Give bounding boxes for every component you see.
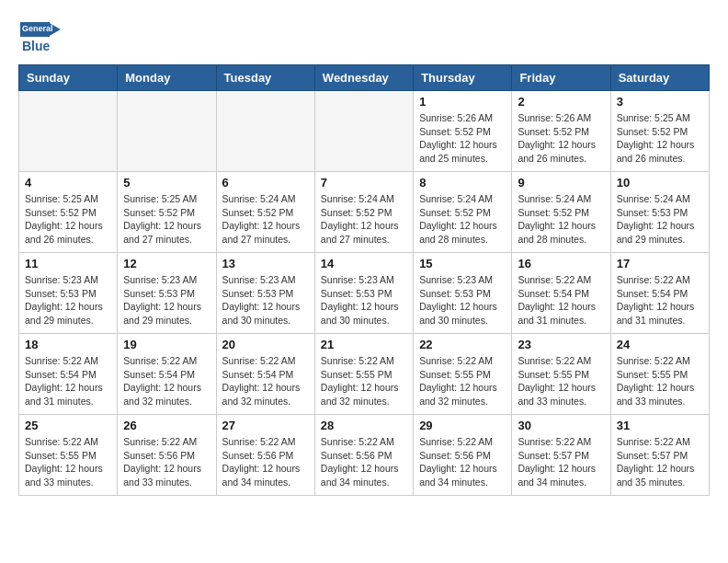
calendar-cell: 23Sunrise: 5:22 AM Sunset: 5:55 PM Dayli…	[512, 334, 610, 415]
svg-text:General: General	[22, 24, 53, 33]
day-number: 8	[419, 176, 506, 190]
calendar-cell: 31Sunrise: 5:22 AM Sunset: 5:57 PM Dayli…	[610, 415, 709, 496]
day-header-wednesday: Wednesday	[314, 65, 413, 91]
day-number: 12	[123, 257, 210, 270]
day-number: 24	[617, 338, 703, 351]
calendar-cell: 8Sunrise: 5:24 AM Sunset: 5:52 PM Daylig…	[414, 172, 512, 253]
calendar-cell: 1Sunrise: 5:26 AM Sunset: 5:52 PM Daylig…	[414, 91, 512, 172]
day-info: Sunrise: 5:22 AM Sunset: 5:54 PM Dayligh…	[617, 273, 703, 327]
day-info: Sunrise: 5:22 AM Sunset: 5:56 PM Dayligh…	[222, 435, 309, 489]
calendar-cell: 22Sunrise: 5:22 AM Sunset: 5:55 PM Dayli…	[414, 334, 512, 415]
logo-icon: GeneralBlue	[18, 18, 64, 55]
day-number: 27	[222, 419, 309, 432]
calendar-cell: 7Sunrise: 5:24 AM Sunset: 5:52 PM Daylig…	[314, 172, 413, 253]
day-info: Sunrise: 5:22 AM Sunset: 5:55 PM Dayligh…	[617, 354, 703, 408]
day-number: 29	[419, 419, 506, 432]
day-info: Sunrise: 5:23 AM Sunset: 5:53 PM Dayligh…	[123, 273, 210, 327]
calendar-cell: 29Sunrise: 5:22 AM Sunset: 5:56 PM Dayli…	[414, 415, 512, 496]
day-number: 2	[518, 95, 604, 109]
day-header-thursday: Thursday	[414, 65, 512, 91]
calendar-cell: 25Sunrise: 5:22 AM Sunset: 5:55 PM Dayli…	[19, 415, 118, 496]
day-info: Sunrise: 5:22 AM Sunset: 5:54 PM Dayligh…	[123, 354, 210, 408]
day-number: 21	[321, 338, 407, 351]
calendar-cell: 19Sunrise: 5:22 AM Sunset: 5:54 PM Dayli…	[118, 334, 216, 415]
day-info: Sunrise: 5:23 AM Sunset: 5:53 PM Dayligh…	[321, 273, 407, 327]
calendar-cell: 5Sunrise: 5:25 AM Sunset: 5:52 PM Daylig…	[118, 172, 216, 253]
day-info: Sunrise: 5:22 AM Sunset: 5:55 PM Dayligh…	[419, 354, 506, 408]
day-info: Sunrise: 5:22 AM Sunset: 5:56 PM Dayligh…	[123, 435, 210, 489]
day-number: 14	[321, 257, 407, 270]
week-row-2: 4Sunrise: 5:25 AM Sunset: 5:52 PM Daylig…	[19, 172, 710, 253]
day-info: Sunrise: 5:24 AM Sunset: 5:53 PM Dayligh…	[617, 192, 703, 247]
week-row-3: 11Sunrise: 5:23 AM Sunset: 5:53 PM Dayli…	[19, 253, 710, 334]
day-number: 20	[222, 338, 309, 351]
calendar-cell: 30Sunrise: 5:22 AM Sunset: 5:57 PM Dayli…	[512, 415, 610, 496]
day-number: 11	[25, 257, 111, 270]
calendar-cell	[216, 91, 314, 172]
calendar-cell: 12Sunrise: 5:23 AM Sunset: 5:53 PM Dayli…	[118, 253, 216, 334]
calendar-cell: 2Sunrise: 5:26 AM Sunset: 5:52 PM Daylig…	[512, 91, 610, 172]
day-number: 9	[518, 176, 604, 190]
day-number: 18	[25, 338, 111, 351]
day-number: 16	[518, 257, 604, 270]
calendar-cell: 3Sunrise: 5:25 AM Sunset: 5:52 PM Daylig…	[610, 91, 709, 172]
day-number: 15	[419, 257, 506, 270]
day-info: Sunrise: 5:24 AM Sunset: 5:52 PM Dayligh…	[518, 192, 604, 247]
day-header-tuesday: Tuesday	[216, 65, 314, 91]
calendar-cell: 18Sunrise: 5:22 AM Sunset: 5:54 PM Dayli…	[19, 334, 118, 415]
week-row-1: 1Sunrise: 5:26 AM Sunset: 5:52 PM Daylig…	[19, 91, 710, 172]
day-info: Sunrise: 5:22 AM Sunset: 5:54 PM Dayligh…	[25, 354, 111, 408]
day-info: Sunrise: 5:24 AM Sunset: 5:52 PM Dayligh…	[419, 192, 506, 247]
day-info: Sunrise: 5:24 AM Sunset: 5:52 PM Dayligh…	[222, 192, 309, 247]
calendar-cell: 10Sunrise: 5:24 AM Sunset: 5:53 PM Dayli…	[610, 172, 709, 253]
calendar-cell: 26Sunrise: 5:22 AM Sunset: 5:56 PM Dayli…	[118, 415, 216, 496]
day-info: Sunrise: 5:23 AM Sunset: 5:53 PM Dayligh…	[419, 273, 506, 327]
day-info: Sunrise: 5:22 AM Sunset: 5:55 PM Dayligh…	[321, 354, 407, 408]
calendar-cell: 27Sunrise: 5:22 AM Sunset: 5:56 PM Dayli…	[216, 415, 314, 496]
day-number: 19	[123, 338, 210, 351]
day-info: Sunrise: 5:22 AM Sunset: 5:57 PM Dayligh…	[518, 435, 604, 489]
day-number: 5	[123, 176, 210, 190]
day-number: 30	[518, 419, 604, 432]
day-info: Sunrise: 5:26 AM Sunset: 5:52 PM Dayligh…	[419, 111, 506, 166]
calendar-header-row: SundayMondayTuesdayWednesdayThursdayFrid…	[19, 65, 710, 91]
day-info: Sunrise: 5:26 AM Sunset: 5:52 PM Dayligh…	[518, 111, 604, 166]
day-info: Sunrise: 5:25 AM Sunset: 5:52 PM Dayligh…	[25, 192, 111, 247]
week-row-5: 25Sunrise: 5:22 AM Sunset: 5:55 PM Dayli…	[19, 415, 710, 496]
day-number: 22	[419, 338, 506, 351]
day-info: Sunrise: 5:24 AM Sunset: 5:52 PM Dayligh…	[321, 192, 407, 247]
calendar-cell	[118, 91, 216, 172]
day-number: 13	[222, 257, 309, 270]
day-info: Sunrise: 5:25 AM Sunset: 5:52 PM Dayligh…	[617, 111, 703, 166]
week-row-4: 18Sunrise: 5:22 AM Sunset: 5:54 PM Dayli…	[19, 334, 710, 415]
calendar-cell: 15Sunrise: 5:23 AM Sunset: 5:53 PM Dayli…	[414, 253, 512, 334]
calendar-cell: 16Sunrise: 5:22 AM Sunset: 5:54 PM Dayli…	[512, 253, 610, 334]
day-number: 1	[419, 95, 506, 109]
day-number: 3	[617, 95, 703, 109]
day-number: 23	[518, 338, 604, 351]
day-number: 7	[321, 176, 407, 190]
calendar-cell: 24Sunrise: 5:22 AM Sunset: 5:55 PM Dayli…	[610, 334, 709, 415]
calendar-cell: 28Sunrise: 5:22 AM Sunset: 5:56 PM Dayli…	[314, 415, 413, 496]
day-number: 4	[25, 176, 111, 190]
day-info: Sunrise: 5:23 AM Sunset: 5:53 PM Dayligh…	[222, 273, 309, 327]
day-number: 10	[617, 176, 703, 190]
day-header-saturday: Saturday	[610, 65, 709, 91]
day-number: 26	[123, 419, 210, 432]
calendar-cell: 6Sunrise: 5:24 AM Sunset: 5:52 PM Daylig…	[216, 172, 314, 253]
day-number: 17	[617, 257, 703, 270]
calendar-cell: 4Sunrise: 5:25 AM Sunset: 5:52 PM Daylig…	[19, 172, 118, 253]
day-info: Sunrise: 5:22 AM Sunset: 5:55 PM Dayligh…	[25, 435, 111, 489]
calendar-cell: 17Sunrise: 5:22 AM Sunset: 5:54 PM Dayli…	[610, 253, 709, 334]
day-number: 28	[321, 419, 407, 432]
calendar-cell: 11Sunrise: 5:23 AM Sunset: 5:53 PM Dayli…	[19, 253, 118, 334]
day-number: 31	[617, 419, 703, 432]
day-info: Sunrise: 5:22 AM Sunset: 5:54 PM Dayligh…	[222, 354, 309, 408]
day-header-sunday: Sunday	[19, 65, 118, 91]
day-number: 25	[25, 419, 111, 432]
day-info: Sunrise: 5:22 AM Sunset: 5:56 PM Dayligh…	[321, 435, 407, 489]
day-number: 6	[222, 176, 309, 190]
day-header-friday: Friday	[512, 65, 610, 91]
page-header: GeneralBlue	[18, 18, 710, 55]
day-info: Sunrise: 5:22 AM Sunset: 5:55 PM Dayligh…	[518, 354, 604, 408]
